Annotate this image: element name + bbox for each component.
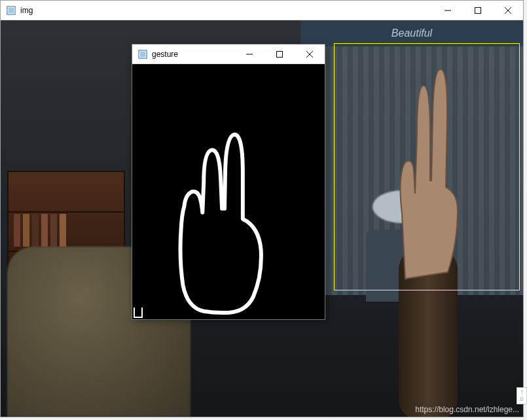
gesture-titlebar[interactable]: gesture [132,44,325,64]
minimize-button[interactable] [234,44,264,64]
main-window-title: img [20,6,33,15]
svg-rect-3 [475,8,481,14]
app-icon [137,49,148,60]
arrow-up-icon: ↑ [520,388,524,396]
maximize-button[interactable] [463,1,493,20]
svg-rect-7 [140,51,146,57]
curtain-header: Beautiful [300,20,523,46]
minimize-button[interactable] [433,1,463,20]
svg-rect-1 [9,7,14,13]
roi-rectangle [334,43,520,290]
hand-contour-icon [132,64,325,319]
gesture-window-title: gesture [152,50,178,59]
small-corner-box [134,307,143,318]
gesture-window: gesture [132,44,325,320]
close-button[interactable] [493,1,523,20]
svg-rect-9 [277,52,283,58]
scroll-top-count: 0 [520,396,523,402]
main-titlebar[interactable]: img [1,1,523,20]
scroll-top-button[interactable]: ↑ 0 [517,387,527,404]
close-button[interactable] [295,44,325,64]
watermark-text: https://blog.csdn.net/lzhlege... [415,405,519,414]
camera-view: Beautiful gesture [1,20,523,417]
main-window: img Beautiful [0,0,524,417]
gesture-canvas [132,64,325,319]
maximize-button[interactable] [264,44,295,64]
app-icon [6,5,16,16]
